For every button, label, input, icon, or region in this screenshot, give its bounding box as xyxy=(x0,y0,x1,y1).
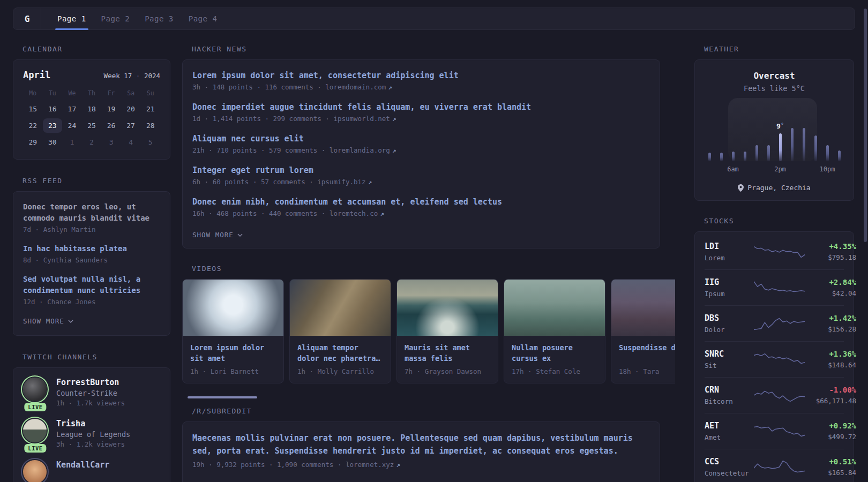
calendar-day[interactable]: 29 xyxy=(23,135,43,149)
video-card[interactable]: Suspendisse diam 18h · Tara xyxy=(611,279,675,383)
show-more-label: SHOW MORE xyxy=(192,231,234,239)
stock-row[interactable]: CCSConsectetur +0.51%$165.84 xyxy=(705,449,844,482)
hn-item-title[interactable]: Donec imperdiet augue tincidunt felis al… xyxy=(192,102,650,112)
weather-section-label: WEATHER xyxy=(704,45,854,53)
external-link-icon[interactable]: ↗ xyxy=(368,178,372,186)
calendar-day-next-month[interactable]: 1 xyxy=(62,135,82,149)
hn-item[interactable]: Donec imperdiet augue tincidunt felis al… xyxy=(192,102,650,123)
calendar-day[interactable]: 21 xyxy=(140,102,160,116)
hn-meta-text: 3h · 148 points · 116 comments · loremdo… xyxy=(192,83,386,91)
rss-item[interactable]: In hac habitasse platea 8d · Cynthia Sau… xyxy=(23,243,160,264)
hn-item-title[interactable]: Aliquam nec cursus elit xyxy=(192,134,650,144)
calendar-day[interactable]: 20 xyxy=(121,102,141,116)
stock-ticker: CRN xyxy=(705,385,754,395)
calendar-day[interactable]: 15 xyxy=(23,102,43,116)
twitch-channel[interactable]: LIVE Trisha League of Legends 3h · 1.2k … xyxy=(23,419,160,448)
external-link-icon[interactable]: ↗ xyxy=(380,209,384,217)
stock-row[interactable]: AETAmet +0.92%$499.72 xyxy=(705,413,844,449)
calendar-day-next-month[interactable]: 3 xyxy=(101,135,121,149)
calendar-day[interactable]: 22 xyxy=(23,118,43,133)
hn-item-title[interactable]: Lorem ipsum dolor sit amet, consectetur … xyxy=(192,71,650,80)
stock-sparkline xyxy=(754,386,805,404)
calendar-day[interactable]: 27 xyxy=(121,118,141,133)
stock-price: $165.84 xyxy=(805,469,856,477)
hn-item[interactable]: Integer eget rutrum lorem 6h · 60 points… xyxy=(192,165,650,186)
subreddit-post-title[interactable]: Maecenas mollis pulvinar erat non posuer… xyxy=(192,432,650,457)
calendar-week-year: Week 17 · 2024 xyxy=(104,72,160,80)
video-title: Aliquam tempor dolor nec pharetra… xyxy=(297,342,383,364)
calendar-day-next-month[interactable]: 2 xyxy=(82,135,102,149)
hn-item-title[interactable]: Donec enim nibh, condimentum et accumsan… xyxy=(192,197,650,207)
external-link-icon[interactable]: ↗ xyxy=(392,146,396,154)
twitch-channel[interactable]: KendallCarr xyxy=(23,460,160,482)
stock-row[interactable]: SNRCSit +1.36%$148.64 xyxy=(705,341,844,377)
video-thumbnail xyxy=(504,280,605,336)
rss-item-meta: 8d · Cynthia Saunders xyxy=(23,256,160,264)
video-thumbnail xyxy=(397,280,498,336)
hn-item-title[interactable]: Integer eget rutrum lorem xyxy=(192,165,650,175)
carousel-scrollbar[interactable] xyxy=(188,396,257,398)
video-meta: 7h · Grayson Dawson xyxy=(405,367,490,375)
hn-item[interactable]: Aliquam nec cursus elit 21h · 710 points… xyxy=(192,134,650,154)
stock-name: Ipsum xyxy=(705,290,754,298)
twitch-channel-meta: 1h · 1.7k viewers xyxy=(56,399,125,407)
stock-price: $499.72 xyxy=(805,433,856,441)
stock-row[interactable]: LDILorem +4.35%$795.18 xyxy=(705,234,844,269)
tab-page-1[interactable]: Page 1 xyxy=(50,8,94,29)
hn-show-more-button[interactable]: SHOW MORE xyxy=(192,231,243,239)
stock-row[interactable]: CRNBitcorn -1.00%$66,171.48 xyxy=(705,377,844,413)
stock-change: +2.84% xyxy=(805,278,856,287)
page-scrollbar-thumb[interactable] xyxy=(864,9,867,242)
weather-condition: Overcast xyxy=(705,71,844,81)
calendar-day[interactable]: 19 xyxy=(101,102,121,116)
chevron-down-icon xyxy=(68,320,73,323)
calendar-day[interactable]: 26 xyxy=(101,118,121,133)
twitch-widget: LIVE ForrestBurton Counter-Strike 1h · 1… xyxy=(13,367,170,482)
calendar-day-selected[interactable]: 23 xyxy=(43,118,63,133)
stock-change: +1.42% xyxy=(805,314,856,322)
weather-hour-label: 10pm xyxy=(820,165,835,173)
stock-sparkline xyxy=(754,314,805,333)
calendar-day-next-month[interactable]: 5 xyxy=(140,135,160,149)
live-badge: LIVE xyxy=(24,403,46,411)
video-card[interactable]: Aliquam tempor dolor nec pharetra… 1h · … xyxy=(289,279,391,383)
video-title: Nullam posuere cursus ex xyxy=(512,342,597,364)
rss-show-more-button[interactable]: SHOW MORE xyxy=(23,317,73,325)
stock-row[interactable]: DBSDolor +1.42%$156.28 xyxy=(705,305,844,341)
tab-page-4[interactable]: Page 4 xyxy=(181,8,225,29)
hn-item[interactable]: Donec enim nibh, condimentum et accumsan… xyxy=(192,197,650,217)
weather-bar xyxy=(708,153,711,161)
dow-su: Su xyxy=(140,87,160,100)
app-logo[interactable]: G xyxy=(13,8,41,29)
stock-row[interactable]: IIGIpsum +2.84%$42.04 xyxy=(705,269,844,305)
right-column: WEATHER Overcast Feels like 5°C 6am9°2pm… xyxy=(694,37,854,482)
weather-location-row[interactable]: Prague, Czechia xyxy=(705,184,844,192)
stock-sparkline xyxy=(754,422,805,440)
tab-page-3[interactable]: Page 3 xyxy=(137,8,181,29)
video-card[interactable]: Lorem ipsum dolor sit amet consectetu… 1… xyxy=(182,279,284,383)
stock-name: Lorem xyxy=(705,254,754,262)
stock-sparkline xyxy=(754,350,805,368)
external-link-icon[interactable]: ↗ xyxy=(388,83,392,91)
external-link-icon[interactable]: ↗ xyxy=(392,115,396,123)
calendar-day[interactable]: 28 xyxy=(140,118,160,133)
rss-item[interactable]: Donec tempor eros leo, ut commodo mauris… xyxy=(23,201,160,234)
weather-bar: 10pm xyxy=(826,145,829,161)
tab-page-2[interactable]: Page 2 xyxy=(94,8,138,29)
videos-carousel[interactable]: Lorem ipsum dolor sit amet consectetu… 1… xyxy=(182,279,675,383)
calendar-day[interactable]: 18 xyxy=(82,102,102,116)
video-card[interactable]: Mauris sit amet massa felis 7h · Grayson… xyxy=(396,279,498,383)
calendar-day-next-month[interactable]: 4 xyxy=(121,135,141,149)
calendar-day[interactable]: 30 xyxy=(43,135,63,149)
video-card[interactable]: Nullam posuere cursus ex 17h · Stefan Co… xyxy=(504,279,605,383)
external-link-icon[interactable]: ↗ xyxy=(396,461,400,469)
calendar-day[interactable]: 16 xyxy=(43,102,63,116)
calendar-day[interactable]: 24 xyxy=(62,118,82,133)
rss-item[interactable]: Sed volutpat nulla nisl, a condimentum n… xyxy=(23,274,160,306)
calendar-day[interactable]: 17 xyxy=(62,102,82,116)
twitch-channel[interactable]: LIVE ForrestBurton Counter-Strike 1h · 1… xyxy=(23,378,160,407)
calendar-day[interactable]: 25 xyxy=(82,118,102,133)
subreddit-widget: Maecenas mollis pulvinar erat non posuer… xyxy=(182,421,660,482)
hn-section-label: HACKER NEWS xyxy=(192,45,660,53)
hn-item[interactable]: Lorem ipsum dolor sit amet, consectetur … xyxy=(192,71,650,91)
